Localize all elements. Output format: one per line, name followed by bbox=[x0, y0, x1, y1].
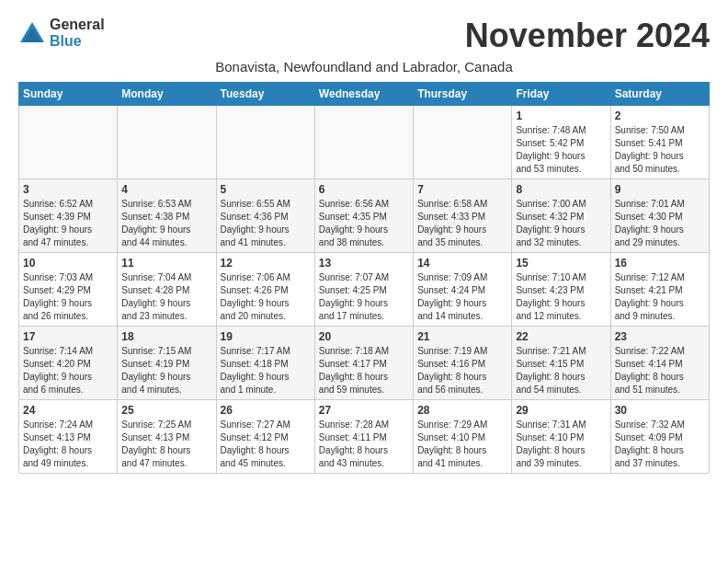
calendar-week-row: 17Sunrise: 7:14 AM Sunset: 4:20 PM Dayli… bbox=[19, 327, 710, 400]
day-info: Sunrise: 7:06 AM Sunset: 4:26 PM Dayligh… bbox=[221, 271, 311, 323]
calendar-table: SundayMondayTuesdayWednesdayThursdayFrid… bbox=[18, 82, 710, 474]
calendar-header-row: SundayMondayTuesdayWednesdayThursdayFrid… bbox=[19, 83, 710, 106]
day-number: 3 bbox=[23, 183, 113, 196]
day-number: 23 bbox=[615, 330, 705, 343]
day-number: 12 bbox=[221, 257, 311, 270]
calendar-cell: 14Sunrise: 7:09 AM Sunset: 4:24 PM Dayli… bbox=[414, 253, 512, 327]
day-number: 22 bbox=[516, 330, 606, 343]
calendar-cell: 21Sunrise: 7:19 AM Sunset: 4:16 PM Dayli… bbox=[414, 327, 512, 400]
day-info: Sunrise: 7:09 AM Sunset: 4:24 PM Dayligh… bbox=[417, 271, 507, 323]
day-number: 27 bbox=[319, 404, 409, 417]
day-header-tuesday: Tuesday bbox=[216, 83, 314, 106]
day-number: 24 bbox=[23, 404, 113, 417]
day-info: Sunrise: 7:22 AM Sunset: 4:14 PM Dayligh… bbox=[615, 345, 705, 396]
day-info: Sunrise: 7:29 AM Sunset: 4:10 PM Dayligh… bbox=[417, 419, 507, 470]
day-info: Sunrise: 7:31 AM Sunset: 4:10 PM Dayligh… bbox=[516, 419, 606, 470]
calendar-cell: 2Sunrise: 7:50 AM Sunset: 5:41 PM Daylig… bbox=[610, 106, 709, 179]
day-info: Sunrise: 7:03 AM Sunset: 4:29 PM Dayligh… bbox=[23, 271, 113, 323]
day-number: 28 bbox=[417, 404, 507, 417]
day-info: Sunrise: 7:00 AM Sunset: 4:32 PM Dayligh… bbox=[516, 198, 606, 249]
calendar-cell: 20Sunrise: 7:18 AM Sunset: 4:17 PM Dayli… bbox=[314, 327, 413, 400]
location-title: Bonavista, Newfoundland and Labrador, Ca… bbox=[18, 59, 710, 75]
day-info: Sunrise: 7:04 AM Sunset: 4:28 PM Dayligh… bbox=[121, 271, 211, 323]
calendar-cell: 9Sunrise: 7:01 AM Sunset: 4:30 PM Daylig… bbox=[610, 179, 709, 253]
calendar-cell: 22Sunrise: 7:21 AM Sunset: 4:15 PM Dayli… bbox=[512, 327, 610, 400]
calendar-cell: 4Sunrise: 6:53 AM Sunset: 4:38 PM Daylig… bbox=[118, 179, 216, 253]
logo-blue: Blue bbox=[50, 33, 82, 49]
day-info: Sunrise: 7:28 AM Sunset: 4:11 PM Dayligh… bbox=[319, 419, 409, 470]
day-number: 15 bbox=[516, 257, 606, 270]
day-number: 2 bbox=[615, 109, 705, 122]
day-number: 10 bbox=[23, 257, 113, 270]
calendar-cell bbox=[216, 106, 314, 179]
day-header-thursday: Thursday bbox=[414, 83, 512, 106]
day-info: Sunrise: 7:25 AM Sunset: 4:13 PM Dayligh… bbox=[121, 419, 211, 470]
day-info: Sunrise: 7:18 AM Sunset: 4:17 PM Dayligh… bbox=[319, 345, 409, 396]
day-header-saturday: Saturday bbox=[610, 83, 709, 106]
calendar-week-row: 3Sunrise: 6:52 AM Sunset: 4:39 PM Daylig… bbox=[19, 179, 710, 253]
logo-text: General Blue bbox=[50, 17, 105, 50]
day-number: 1 bbox=[516, 109, 606, 122]
day-number: 20 bbox=[319, 330, 409, 343]
month-title: November 2024 bbox=[465, 17, 710, 55]
header-top: General Blue November 2024 bbox=[18, 17, 710, 55]
calendar-cell: 11Sunrise: 7:04 AM Sunset: 4:28 PM Dayli… bbox=[118, 253, 216, 327]
day-info: Sunrise: 7:19 AM Sunset: 4:16 PM Dayligh… bbox=[417, 345, 507, 396]
calendar-cell: 24Sunrise: 7:24 AM Sunset: 4:13 PM Dayli… bbox=[19, 400, 118, 474]
day-info: Sunrise: 7:15 AM Sunset: 4:19 PM Dayligh… bbox=[121, 345, 211, 396]
day-number: 14 bbox=[417, 257, 507, 270]
calendar-cell: 29Sunrise: 7:31 AM Sunset: 4:10 PM Dayli… bbox=[512, 400, 610, 474]
day-number: 29 bbox=[516, 404, 606, 417]
calendar-cell bbox=[19, 106, 118, 179]
calendar-cell: 10Sunrise: 7:03 AM Sunset: 4:29 PM Dayli… bbox=[19, 253, 118, 327]
day-number: 18 bbox=[121, 330, 211, 343]
day-header-sunday: Sunday bbox=[19, 83, 118, 106]
day-number: 13 bbox=[319, 257, 409, 270]
day-info: Sunrise: 7:14 AM Sunset: 4:20 PM Dayligh… bbox=[23, 345, 113, 396]
calendar-cell: 12Sunrise: 7:06 AM Sunset: 4:26 PM Dayli… bbox=[216, 253, 314, 327]
calendar-cell: 26Sunrise: 7:27 AM Sunset: 4:12 PM Dayli… bbox=[216, 400, 314, 474]
day-header-wednesday: Wednesday bbox=[314, 83, 413, 106]
calendar-cell: 5Sunrise: 6:55 AM Sunset: 4:36 PM Daylig… bbox=[216, 179, 314, 253]
day-info: Sunrise: 6:56 AM Sunset: 4:35 PM Dayligh… bbox=[319, 198, 409, 249]
calendar-cell: 8Sunrise: 7:00 AM Sunset: 4:32 PM Daylig… bbox=[512, 179, 610, 253]
day-number: 11 bbox=[121, 257, 211, 270]
calendar-cell: 17Sunrise: 7:14 AM Sunset: 4:20 PM Dayli… bbox=[19, 327, 118, 400]
day-number: 7 bbox=[417, 183, 507, 196]
day-number: 26 bbox=[221, 404, 311, 417]
calendar-week-row: 10Sunrise: 7:03 AM Sunset: 4:29 PM Dayli… bbox=[19, 253, 710, 327]
day-info: Sunrise: 7:01 AM Sunset: 4:30 PM Dayligh… bbox=[615, 198, 705, 249]
day-info: Sunrise: 7:48 AM Sunset: 5:42 PM Dayligh… bbox=[516, 124, 606, 176]
day-info: Sunrise: 7:17 AM Sunset: 4:18 PM Dayligh… bbox=[221, 345, 311, 396]
calendar-cell: 6Sunrise: 6:56 AM Sunset: 4:35 PM Daylig… bbox=[314, 179, 413, 253]
page-container: General Blue November 2024 Bonavista, Ne… bbox=[0, 0, 728, 483]
calendar-cell: 16Sunrise: 7:12 AM Sunset: 4:21 PM Dayli… bbox=[610, 253, 709, 327]
calendar-cell bbox=[414, 106, 512, 179]
day-info: Sunrise: 7:12 AM Sunset: 4:21 PM Dayligh… bbox=[615, 271, 705, 323]
logo-general: General bbox=[50, 17, 105, 32]
day-info: Sunrise: 7:07 AM Sunset: 4:25 PM Dayligh… bbox=[319, 271, 409, 323]
day-header-friday: Friday bbox=[512, 83, 610, 106]
day-number: 5 bbox=[221, 183, 311, 196]
calendar-cell: 7Sunrise: 6:58 AM Sunset: 4:33 PM Daylig… bbox=[414, 179, 512, 253]
day-info: Sunrise: 7:24 AM Sunset: 4:13 PM Dayligh… bbox=[23, 419, 113, 470]
calendar-week-row: 1Sunrise: 7:48 AM Sunset: 5:42 PM Daylig… bbox=[19, 106, 710, 179]
day-number: 9 bbox=[615, 183, 705, 196]
calendar-cell: 28Sunrise: 7:29 AM Sunset: 4:10 PM Dayli… bbox=[414, 400, 512, 474]
day-info: Sunrise: 7:10 AM Sunset: 4:23 PM Dayligh… bbox=[516, 271, 606, 323]
day-info: Sunrise: 7:21 AM Sunset: 4:15 PM Dayligh… bbox=[516, 345, 606, 396]
day-number: 6 bbox=[319, 183, 409, 196]
calendar-cell bbox=[118, 106, 216, 179]
day-number: 19 bbox=[221, 330, 311, 343]
day-number: 30 bbox=[615, 404, 705, 417]
calendar-week-row: 24Sunrise: 7:24 AM Sunset: 4:13 PM Dayli… bbox=[19, 400, 710, 474]
calendar-cell: 27Sunrise: 7:28 AM Sunset: 4:11 PM Dayli… bbox=[314, 400, 413, 474]
day-number: 8 bbox=[516, 183, 606, 196]
calendar-cell: 25Sunrise: 7:25 AM Sunset: 4:13 PM Dayli… bbox=[118, 400, 216, 474]
day-info: Sunrise: 6:52 AM Sunset: 4:39 PM Dayligh… bbox=[23, 198, 113, 249]
calendar-cell: 19Sunrise: 7:17 AM Sunset: 4:18 PM Dayli… bbox=[216, 327, 314, 400]
calendar-cell: 15Sunrise: 7:10 AM Sunset: 4:23 PM Dayli… bbox=[512, 253, 610, 327]
logo-icon bbox=[18, 20, 46, 46]
day-info: Sunrise: 6:58 AM Sunset: 4:33 PM Dayligh… bbox=[417, 198, 507, 249]
logo: General Blue bbox=[18, 17, 105, 50]
